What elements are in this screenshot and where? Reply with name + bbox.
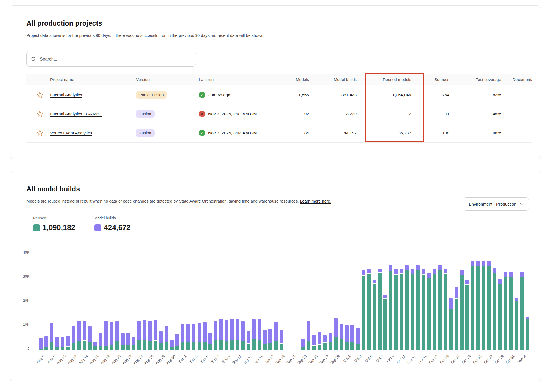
bar-aug-28[interactable] xyxy=(159,331,163,350)
bar-aug-12[interactable] xyxy=(72,326,75,350)
bar-aug-29[interactable] xyxy=(165,326,168,350)
bar-aug-18[interactable] xyxy=(104,321,108,351)
bar-oct-3[interactable] xyxy=(356,328,360,350)
bar-aug-15[interactable] xyxy=(88,326,92,350)
bar-aug-11[interactable] xyxy=(66,336,70,350)
bar-sep-16[interactable] xyxy=(263,330,267,350)
bar-nov-1[interactable] xyxy=(515,298,518,350)
star-icon[interactable] xyxy=(36,91,43,98)
table-row[interactable]: Vortex Event AnalyticsFusion✓Nov 3, 2025… xyxy=(26,123,532,143)
bar-oct-25[interactable] xyxy=(476,261,480,350)
environment-select[interactable]: Environment Production xyxy=(464,197,529,211)
bar-aug-26[interactable] xyxy=(148,321,152,350)
bar-sep-8[interactable] xyxy=(219,319,223,350)
bar-aug-19[interactable] xyxy=(110,322,113,350)
bar-aug-30[interactable] xyxy=(170,340,174,350)
star-icon[interactable] xyxy=(36,129,43,137)
bar-aug-6[interactable] xyxy=(39,338,43,350)
bar-oct-11[interactable] xyxy=(400,269,403,350)
bar-oct-27[interactable] xyxy=(487,261,491,350)
bar-aug-10[interactable] xyxy=(61,337,64,350)
bar-aug-7[interactable] xyxy=(44,336,48,350)
bar-sep-29[interactable] xyxy=(334,318,338,350)
bar-oct-19[interactable] xyxy=(444,269,447,350)
project-link[interactable]: Vortex Event Analytics xyxy=(50,131,92,135)
bar-sep-10[interactable] xyxy=(230,319,234,350)
bar-oct-21[interactable] xyxy=(455,287,458,350)
bar-oct-18[interactable] xyxy=(438,265,442,350)
bar-oct-15[interactable] xyxy=(422,269,425,350)
bar-sep-18[interactable] xyxy=(274,322,278,350)
learn-more-link[interactable]: Learn more here. xyxy=(300,199,331,203)
bar-oct-31[interactable] xyxy=(509,272,513,350)
bar-aug-8[interactable] xyxy=(50,323,53,350)
bar-sep-26[interactable] xyxy=(318,332,321,350)
bar-sep-5[interactable] xyxy=(203,322,207,350)
bar-sep-3[interactable] xyxy=(192,324,195,350)
bar-aug-16[interactable] xyxy=(93,342,97,350)
bar-sep-11[interactable] xyxy=(236,319,239,350)
search-input[interactable] xyxy=(40,57,191,62)
bar-aug-9[interactable] xyxy=(55,337,59,350)
bar-oct-24[interactable] xyxy=(471,261,474,350)
bar-aug-23[interactable] xyxy=(132,337,135,350)
bar-aug-21[interactable] xyxy=(121,333,125,350)
bar-sep-25[interactable] xyxy=(312,335,316,350)
bar-oct-1[interactable] xyxy=(345,325,349,350)
bar-sep-7[interactable] xyxy=(214,321,217,350)
bar-aug-24[interactable] xyxy=(137,321,141,350)
bar-aug-14[interactable] xyxy=(83,321,86,350)
bar-oct-9[interactable] xyxy=(389,265,392,350)
bar-sep-14[interactable] xyxy=(252,319,256,350)
bar-sep-17[interactable] xyxy=(268,329,272,350)
bar-oct-26[interactable] xyxy=(482,261,485,350)
bar-sep-15[interactable] xyxy=(258,319,261,350)
bar-sep-24[interactable] xyxy=(307,321,310,350)
table-row[interactable]: Internal AnalyticsPartial-Fusion✓20m 6s … xyxy=(26,85,532,104)
bar-oct-5[interactable] xyxy=(367,269,371,350)
bar-oct-23[interactable] xyxy=(465,280,469,350)
bar-sep-30[interactable] xyxy=(340,324,343,350)
bar-oct-8[interactable] xyxy=(383,295,387,350)
bar-sep-9[interactable] xyxy=(225,320,228,350)
bar-sep-6[interactable] xyxy=(208,333,212,350)
bar-oct-4[interactable] xyxy=(362,270,365,350)
table-row[interactable]: Internal Analytics - GA Me...Fusion✕Nov … xyxy=(26,104,532,123)
bar-oct-14[interactable] xyxy=(416,265,420,351)
bar-oct-16[interactable] xyxy=(427,273,431,350)
project-link[interactable]: Internal Analytics - GA Me... xyxy=(50,111,102,116)
bar-aug-20[interactable] xyxy=(115,321,119,350)
bar-sep-4[interactable] xyxy=(198,323,201,350)
bar-sep-27[interactable] xyxy=(323,335,327,350)
bar-nov-2[interactable] xyxy=(520,272,524,350)
bar-oct-28[interactable] xyxy=(493,268,496,350)
bar-aug-22[interactable] xyxy=(126,333,130,350)
bar-sep-23[interactable] xyxy=(301,339,305,350)
bar-sep-13[interactable] xyxy=(247,331,250,350)
bar-aug-17[interactable] xyxy=(99,333,102,350)
bar-sep-19[interactable] xyxy=(280,330,283,350)
bar-nov-3[interactable] xyxy=(526,317,529,350)
bar-oct-12[interactable] xyxy=(405,265,409,351)
bar-sep-28[interactable] xyxy=(329,333,332,350)
bar-oct-10[interactable] xyxy=(394,269,398,350)
bar-aug-25[interactable] xyxy=(143,320,146,350)
bar-oct-17[interactable] xyxy=(433,269,436,350)
bar-oct-30[interactable] xyxy=(504,272,507,350)
bar-oct-29[interactable] xyxy=(498,279,502,350)
bar-sep-1[interactable] xyxy=(181,324,184,350)
bar-sep-2[interactable] xyxy=(186,324,190,350)
bar-oct-2[interactable] xyxy=(350,325,354,350)
bar-oct-20[interactable] xyxy=(449,298,453,350)
bar-oct-7[interactable] xyxy=(378,269,382,350)
bar-aug-13[interactable] xyxy=(77,321,81,350)
bar-aug-27[interactable] xyxy=(154,320,157,350)
bar-sep-12[interactable] xyxy=(241,321,245,350)
star-icon[interactable] xyxy=(36,110,43,117)
project-link[interactable]: Internal Analytics xyxy=(50,92,82,97)
bar-oct-6[interactable] xyxy=(373,280,376,350)
search-box[interactable] xyxy=(26,52,196,67)
bar-aug-31[interactable] xyxy=(175,334,179,350)
bar-oct-13[interactable] xyxy=(411,269,414,350)
bar-oct-22[interactable] xyxy=(460,270,464,350)
